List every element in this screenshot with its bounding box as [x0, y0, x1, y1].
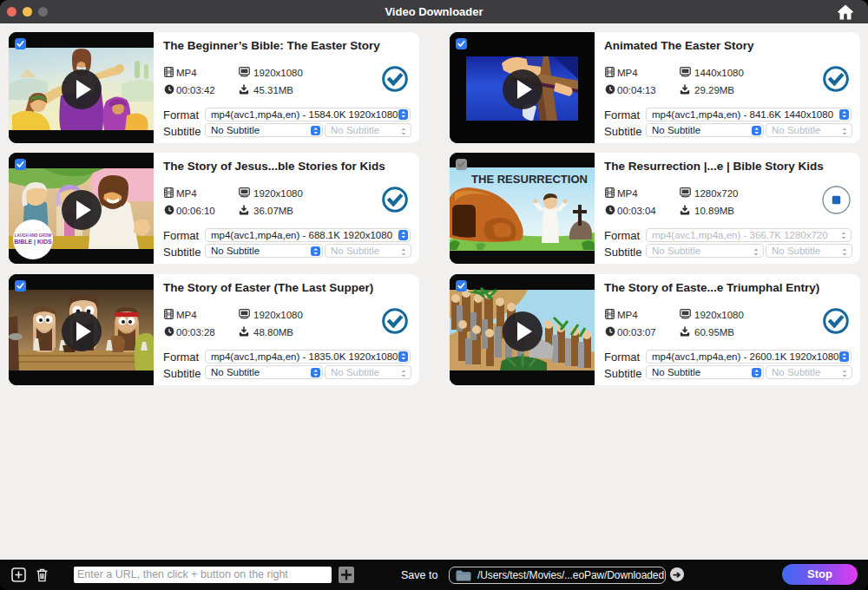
svg-text:LAUGH AND GROW: LAUGH AND GROW: [15, 233, 52, 238]
svg-text:THE RESURRECTION: THE RESURRECTION: [471, 174, 588, 186]
